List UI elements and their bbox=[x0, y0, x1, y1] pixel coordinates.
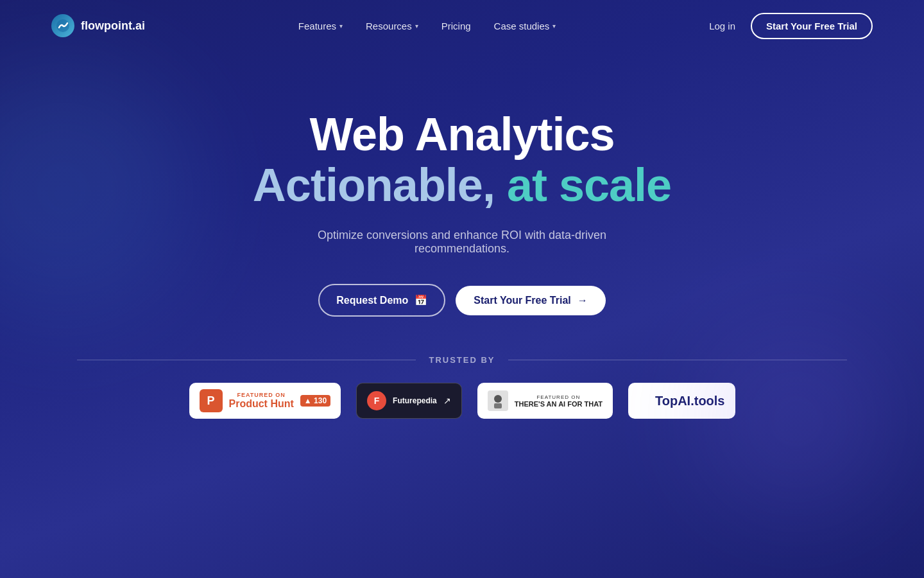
ai-badge-icon bbox=[488, 390, 508, 411]
trusted-divider: TRUSTED BY bbox=[77, 355, 847, 365]
ph-name: Product Hunt bbox=[229, 398, 294, 410]
theres-an-ai-badge[interactable]: FEATURED ON THERE'S AN AI FOR THAT bbox=[477, 383, 613, 419]
logo-text: flowpoint.ai bbox=[81, 19, 145, 33]
hero-buttons: Request Demo 📅 Start Your Free Trial → bbox=[318, 284, 606, 317]
badges-row: P FEATURED ON Product Hunt ▲ 130 F Futur… bbox=[77, 383, 847, 419]
nav-case-studies[interactable]: Case studies ▾ bbox=[494, 21, 556, 31]
topai-icon: ✦ bbox=[638, 392, 650, 409]
login-link[interactable]: Log in bbox=[709, 21, 735, 31]
hero-subtitle: Optimize conversions and enhance ROI wit… bbox=[270, 229, 654, 256]
ph-featured-label: FEATURED ON bbox=[229, 392, 294, 398]
futurepedia-badge[interactable]: F Futurepedia ↗ bbox=[356, 383, 462, 419]
product-hunt-text: FEATURED ON Product Hunt bbox=[229, 392, 294, 410]
hero-trial-button[interactable]: Start Your Free Trial → bbox=[456, 286, 605, 315]
product-hunt-icon: P bbox=[200, 389, 223, 412]
hero-title-actionable: Actionable, bbox=[253, 159, 495, 211]
chevron-down-icon: ▾ bbox=[339, 22, 343, 30]
chevron-down-icon: ▾ bbox=[415, 22, 418, 30]
arrow-right-icon: → bbox=[578, 295, 588, 306]
futurepedia-label: Futurepedia bbox=[393, 396, 437, 405]
topai-badge[interactable]: ✦ TopAI.tools bbox=[628, 383, 735, 419]
hero-title-line1: Web Analytics bbox=[309, 109, 614, 160]
futurepedia-arrow: ↗ bbox=[443, 396, 451, 406]
nav-right: Log in Start Your Free Trial bbox=[709, 13, 873, 39]
nav-pricing[interactable]: Pricing bbox=[441, 21, 471, 31]
hero-title-line2: Actionable, at scale bbox=[253, 160, 671, 211]
trusted-label: TRUSTED BY bbox=[429, 355, 495, 365]
hero-section: Web Analytics Actionable, at scale Optim… bbox=[0, 51, 924, 419]
trusted-section: TRUSTED BY P FEATURED ON Product Hunt ▲ … bbox=[0, 355, 924, 419]
topai-label: TopAI.tools bbox=[655, 394, 725, 408]
futurepedia-icon: F bbox=[367, 391, 386, 410]
divider-right bbox=[508, 360, 847, 360]
nav-cta-button[interactable]: Start Your Free Trial bbox=[751, 13, 873, 39]
divider-left bbox=[77, 360, 416, 360]
logo-icon bbox=[51, 14, 74, 37]
svg-rect-3 bbox=[494, 403, 502, 408]
ai-badge-text: FEATURED ON THERE'S AN AI FOR THAT bbox=[515, 394, 603, 408]
hero-title-scale: at scale bbox=[507, 159, 671, 211]
nav-features[interactable]: Features ▾ bbox=[298, 21, 343, 31]
ph-vote-count: ▲ 130 bbox=[300, 395, 330, 407]
svg-point-2 bbox=[494, 395, 502, 403]
nav-links: Features ▾ Resources ▾ Pricing Case stud… bbox=[298, 21, 556, 31]
nav-resources[interactable]: Resources ▾ bbox=[366, 21, 418, 31]
logo[interactable]: flowpoint.ai bbox=[51, 14, 145, 37]
product-hunt-badge[interactable]: P FEATURED ON Product Hunt ▲ 130 bbox=[189, 383, 341, 419]
chevron-down-icon: ▾ bbox=[552, 22, 556, 30]
request-demo-button[interactable]: Request Demo 📅 bbox=[318, 284, 445, 317]
calendar-icon: 📅 bbox=[415, 294, 427, 306]
navbar: flowpoint.ai Features ▾ Resources ▾ Pric… bbox=[0, 0, 924, 51]
